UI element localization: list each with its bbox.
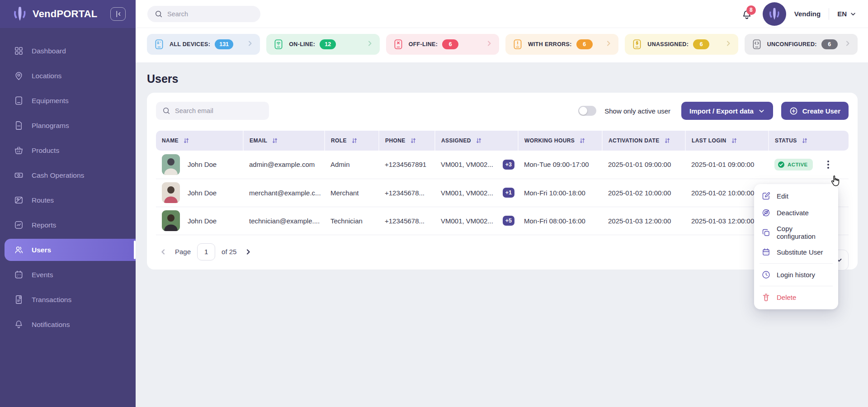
page-number-input[interactable]	[197, 243, 215, 260]
email-search-input[interactable]	[175, 107, 256, 114]
account-avatar[interactable]	[763, 2, 786, 26]
vending-machine-icon	[14, 95, 24, 106]
sidebar-item-label: Dashboard	[32, 47, 66, 55]
notifications-button[interactable]: 8	[741, 7, 755, 21]
cell-activation-date: 2025-01-01 09:00:00	[602, 151, 685, 179]
global-search[interactable]	[147, 6, 260, 22]
chip-label: ON-LINE:	[289, 41, 315, 47]
menu-item-delete[interactable]: Delete	[754, 289, 838, 306]
column-label: NAME	[162, 137, 179, 144]
unconfigured-icon	[751, 38, 763, 50]
sort-icon	[802, 137, 808, 144]
dashboard-grid-icon	[14, 46, 24, 56]
menu-item-label: Delete	[777, 293, 796, 301]
sidebar-item-products[interactable]: Products	[0, 139, 136, 161]
column-header-name[interactable]: NAME	[156, 131, 243, 151]
sort-icon	[579, 137, 585, 144]
cell-email: admin@example.com	[243, 151, 325, 179]
cell-name: John Doe	[156, 151, 243, 179]
column-header-assigned[interactable]: ASSIGNED	[435, 131, 518, 151]
email-search[interactable]	[156, 102, 269, 120]
cell-working-hours: Mon-Fri 08:00-16:00	[518, 207, 602, 235]
column-header-working-hours[interactable]: WORKING HOURS	[518, 131, 602, 151]
menu-item-copy-configuration[interactable]: Copy configuration	[754, 221, 838, 244]
plus-circle-icon	[789, 107, 798, 115]
cell-working-hours: Mon-Fri 10:00-18:00	[518, 179, 602, 207]
map-pin-icon	[14, 71, 24, 81]
column-label: STATUS	[775, 137, 797, 144]
toggle-knob	[579, 107, 587, 115]
cell-email: merchant@example.c...	[243, 179, 325, 207]
sort-icon	[351, 137, 358, 144]
table-row: John Doe merchant@example.c... Merchant …	[156, 179, 849, 207]
route-map-icon	[14, 195, 24, 205]
menu-item-label: Edit	[777, 192, 788, 200]
import-export-button[interactable]: Import / Export data	[681, 102, 773, 120]
import-export-label: Import / Export data	[689, 107, 754, 115]
sidebar-item-locations[interactable]: Locations	[0, 65, 136, 87]
menu-item-substitute-user[interactable]: Substitute User	[754, 244, 838, 260]
column-header-role[interactable]: ROLE	[325, 131, 379, 151]
chart-report-icon	[14, 220, 24, 230]
chip-all-devices[interactable]: ALL DEVICES: 131	[147, 34, 260, 55]
chevron-right-icon	[246, 40, 254, 49]
sidebar-item-planograms[interactable]: Planograms	[0, 114, 136, 137]
users-table: NAME EMAIL ROLE PHONE ASSIGNED WORKING H…	[156, 131, 849, 235]
notification-count-badge: 8	[746, 5, 756, 15]
column-label: LAST LOGIN	[692, 137, 726, 144]
cell-email: technician@example....	[243, 207, 325, 235]
next-page-button[interactable]	[243, 246, 254, 257]
language-selector[interactable]: EN	[837, 10, 856, 18]
account-name: Vending	[794, 10, 821, 18]
user-name: John Doe	[188, 217, 217, 225]
sidebar-item-dashboard[interactable]: Dashboard	[0, 40, 136, 62]
create-user-label: Create User	[802, 107, 840, 115]
sidebar-item-cash-operations[interactable]: Cash Operations	[0, 164, 136, 186]
sort-icon	[731, 137, 737, 144]
chip-online[interactable]: ON-LINE: 12	[266, 34, 379, 55]
assigned-more-badge: +3	[503, 160, 514, 170]
sidebar-item-equipments[interactable]: Equipments	[0, 90, 136, 112]
table-row: John Doe technician@example.... Technici…	[156, 207, 849, 235]
avatar	[162, 154, 180, 175]
menu-item-edit[interactable]: Edit	[754, 188, 838, 204]
chevron-right-icon	[725, 40, 732, 49]
row-actions-kebab[interactable]	[825, 158, 832, 171]
cell-role: Admin	[325, 151, 379, 179]
column-header-email[interactable]: EMAIL	[243, 131, 325, 151]
column-header-phone[interactable]: PHONE	[379, 131, 435, 151]
chip-with-errors[interactable]: WITH ERRORS: 6	[505, 34, 618, 55]
chevron-down-icon	[758, 108, 765, 114]
topbar-right: 8 Vending EN	[741, 2, 856, 26]
menu-item-deactivate[interactable]: Deactivate	[754, 204, 838, 221]
cell-working-hours: Mon-Tue 09:00-17:00	[518, 151, 602, 179]
column-header-status[interactable]: STATUS	[769, 131, 849, 151]
trash-icon	[761, 293, 771, 302]
column-header-activation-date[interactable]: ACTIVATION DATE	[602, 131, 685, 151]
sidebar-collapse-button[interactable]	[110, 7, 126, 21]
brand-header: VendPORTAL	[0, 0, 136, 28]
calendar-icon	[14, 270, 24, 280]
chip-unassigned[interactable]: UNASSIGNED: 6	[625, 34, 738, 55]
menu-item-login-history[interactable]: Login history	[754, 266, 838, 283]
chip-offline[interactable]: OFF-LINE: 6	[386, 34, 499, 55]
sidebar-item-notifications[interactable]: Notifications	[0, 313, 136, 336]
sidebar-item-reports[interactable]: Reports	[0, 214, 136, 236]
global-search-input[interactable]	[167, 10, 244, 18]
sort-icon	[183, 137, 189, 144]
previous-page-button[interactable]	[158, 246, 169, 257]
sidebar-item-events[interactable]: Events	[0, 264, 136, 286]
chip-count-badge: 6	[442, 39, 458, 49]
create-user-button[interactable]: Create User	[781, 102, 849, 120]
show-active-toggle[interactable]	[578, 106, 596, 116]
brand-logo-icon	[11, 5, 29, 23]
cell-status: ACTIVE	[769, 151, 849, 179]
users-card: Show only active user Import / Export da…	[147, 93, 858, 270]
sidebar-item-routes[interactable]: Routes	[0, 189, 136, 211]
sidebar-item-users[interactable]: Users	[5, 239, 136, 261]
assigned-devices: VM001, VM002...	[441, 161, 493, 168]
column-header-last-login[interactable]: LAST LOGIN	[685, 131, 769, 151]
cell-phone: +1234567891	[379, 151, 435, 179]
chip-unconfigured[interactable]: UNCONFIGURED: 6	[745, 34, 858, 55]
sidebar-item-transactions[interactable]: Transactions	[0, 289, 136, 311]
